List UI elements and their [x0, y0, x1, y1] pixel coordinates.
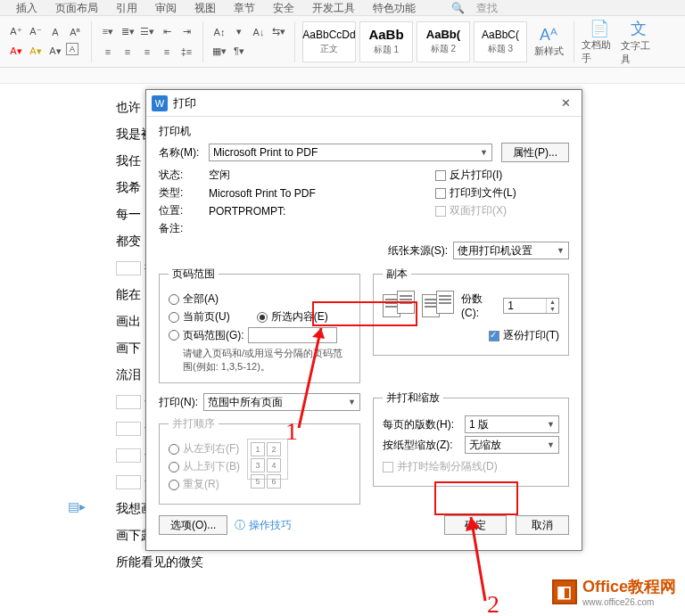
sep-line-checkbox [383, 462, 393, 472]
chevron-down-icon: ▼ [557, 246, 565, 255]
doc-helper-button[interactable]: 📄文档助手 [582, 21, 617, 62]
sort-icon[interactable]: A↓ [250, 23, 268, 41]
highlight-icon[interactable]: A▾ [27, 43, 45, 61]
font-style-a-icon[interactable]: A [46, 23, 64, 41]
range-selection-label: 所选内容(E) [271, 309, 328, 324]
align-justify-icon[interactable]: ≡ [158, 43, 176, 61]
name-label: 名称(M): [159, 145, 209, 160]
watermark-logo: ◧ Office教程网www.office26.com [552, 576, 676, 607]
show-marks-icon[interactable]: ¶▾ [230, 43, 248, 61]
font-decrease-icon[interactable]: A⁻ [27, 23, 45, 41]
properties-button[interactable]: 属性(P)... [501, 143, 569, 162]
numbering-icon[interactable]: ≣▾ [119, 23, 136, 41]
shading-icon[interactable]: ▦▾ [210, 43, 228, 61]
order-preview-icon: 123456 [247, 439, 288, 480]
new-style-icon: Aᴬ [540, 25, 557, 45]
search-box[interactable]: 🔍 查找 [442, 0, 516, 15]
style-normal[interactable]: AaBbCcDd正文 [302, 21, 356, 62]
bullets-icon[interactable]: ≡▾ [99, 23, 117, 41]
style-h2[interactable]: AaBb(标题 2 [417, 21, 470, 62]
range-pages-radio[interactable] [169, 330, 179, 341]
office-logo-icon: ◧ [552, 579, 577, 604]
type-value: Microsoft Print To PDF [209, 187, 316, 200]
doc-helper-icon: 📄 [590, 19, 609, 38]
text-tools-button[interactable]: 文文字工具 [621, 21, 656, 62]
tab-icon[interactable]: ⇆▾ [269, 23, 287, 41]
order-legend: 并打顺序 [169, 416, 219, 431]
text-tools-icon: 文 [631, 18, 647, 39]
tab-ref[interactable]: 引用 [107, 0, 146, 15]
indent-inc-icon[interactable]: ⇥ [177, 23, 195, 41]
border-icon[interactable]: ▾ [230, 23, 248, 41]
print-dialog: W 打印 ✕ 打印机 名称(M): Microsoft Print to PDF… [145, 89, 582, 551]
range-current-label: 当前页(U) [183, 309, 230, 324]
reverse-print-checkbox[interactable] [435, 170, 446, 181]
font-a-icon[interactable]: A▾ [46, 43, 64, 61]
reverse-print-label: 反片打印(I) [450, 168, 502, 183]
tab-layout[interactable]: 页面布局 [46, 0, 107, 15]
tab-review[interactable]: 审阅 [146, 0, 186, 15]
tab-security[interactable]: 安全 [264, 0, 303, 15]
dialog-title: 打印 [173, 95, 196, 111]
zoom-legend: 并打和缩放 [383, 390, 443, 406]
paper-source-select[interactable]: 使用打印机设置▼ [453, 242, 569, 259]
align-left-icon[interactable]: ≡ [99, 43, 117, 61]
range-all-radio[interactable] [169, 294, 179, 305]
font-case-icon[interactable]: Aª [66, 23, 84, 41]
page-range-fieldset: 页码范围 全部(A) 当前页(U) 所选内容(E) 页码范围(G): 请键入页码… [159, 267, 360, 383]
tab-chapter[interactable]: 章节 [225, 0, 264, 15]
style-h1[interactable]: AaBb标题 1 [359, 21, 413, 62]
section-break-icon: ▤▸ [68, 499, 86, 513]
page-range-legend: 页码范围 [169, 267, 219, 282]
range-pages-input[interactable] [248, 327, 337, 343]
range-pages-label: 页码范围(G): [183, 328, 244, 343]
ok-button[interactable]: 确定 [444, 515, 507, 535]
order-repeat-radio [169, 480, 179, 490]
align-center-icon[interactable]: ≡ [119, 43, 136, 61]
collate-checkbox[interactable]: ✓ [489, 331, 499, 341]
range-hint: 请键入页码和/或用逗号分隔的页码范围(例如: 1,3,5-12)。 [183, 347, 351, 374]
range-selection-radio[interactable] [257, 312, 268, 323]
multilevel-icon[interactable]: ☰▾ [138, 23, 156, 41]
collate-preview-icon [422, 294, 454, 317]
tab-view[interactable]: 视图 [186, 0, 225, 15]
font-color-icon[interactable]: A▾ [7, 43, 25, 61]
collate-preview-icon [383, 294, 415, 317]
print-to-file-checkbox[interactable] [435, 188, 446, 199]
range-current-radio[interactable] [169, 312, 179, 323]
options-button[interactable]: 选项(O)... [159, 515, 227, 535]
paper-source-label: 纸张来源(S): [388, 243, 448, 259]
close-icon[interactable]: ✕ [555, 96, 576, 110]
line-spacing-icon[interactable]: ‡≡ [177, 43, 195, 61]
cancel-button[interactable]: 取消 [516, 515, 569, 535]
sep-line-label: 并打时绘制分隔线(D) [397, 459, 498, 474]
dialog-titlebar[interactable]: W 打印 ✕ [146, 90, 582, 117]
tab-feature[interactable]: 特色功能 [364, 0, 425, 15]
duplex-label: 双面打印(X) [450, 203, 507, 218]
new-style-button[interactable]: Aᴬ新样式 [531, 21, 566, 62]
horizontal-ruler [0, 68, 685, 84]
copies-spinner[interactable]: 1▲▼ [503, 298, 559, 314]
duplex-checkbox [435, 206, 446, 217]
per-sheet-label: 每页的版数(H): [383, 417, 465, 432]
style-h3[interactable]: AaBbC(标题 3 [474, 21, 527, 62]
app-icon: W [152, 95, 168, 111]
print-what-select[interactable]: 范围中所有页面▼ [203, 393, 360, 411]
align-right-icon[interactable]: ≡ [138, 43, 156, 61]
per-sheet-select[interactable]: 1 版▼ [465, 415, 559, 433]
tips-link[interactable]: ⓘ 操作技巧 [235, 518, 291, 533]
char-border-icon[interactable]: A [66, 43, 78, 55]
chevron-down-icon: ▼ [348, 398, 356, 407]
text-dir-icon[interactable]: A↕ [210, 23, 228, 41]
tab-dev[interactable]: 开发工具 [303, 0, 364, 15]
range-all-label: 全部(A) [183, 292, 219, 307]
ribbon: A⁺ A⁻ A Aª A▾ A▾ A▾ A ≡▾ ≣▾ ☰▾ ⇤ ⇥ ≡ ≡ ≡… [0, 16, 685, 68]
order-tb-radio [169, 462, 179, 472]
menu-tabs: 插入 页面布局 引用 审阅 视图 章节 安全 开发工具 特色功能 🔍 查找 [0, 0, 685, 16]
type-label: 类型: [159, 185, 209, 201]
font-increase-icon[interactable]: A⁺ [7, 23, 25, 41]
printer-name-select[interactable]: Microsoft Print to PDF▼ [209, 144, 492, 161]
indent-dec-icon[interactable]: ⇤ [158, 23, 176, 41]
tab-insert[interactable]: 插入 [7, 0, 46, 15]
scale-select[interactable]: 无缩放▼ [465, 436, 559, 454]
